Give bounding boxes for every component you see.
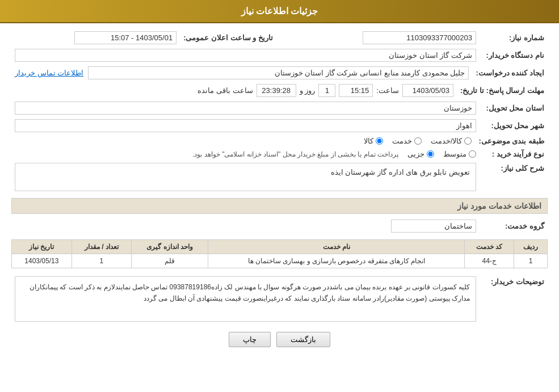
purchase-type-label: نوع فرآیند خرید : [480, 147, 548, 161]
province-value: خوزستان [15, 102, 476, 115]
deadline-date: 1403/05/03 [402, 84, 453, 97]
radio-khedmat[interactable] [414, 137, 422, 145]
purchase-option-motavaset[interactable]: متوسط [443, 150, 476, 158]
creator-label: ایجاد کننده درخواست: [472, 64, 548, 82]
service-group-value: ساختمان [391, 220, 476, 233]
cell-unit: قلم [132, 254, 208, 268]
need-description-label: شرح کلی نیاز: [480, 161, 548, 193]
button-area: بازگشت چاپ [11, 332, 548, 347]
category-radio-group: کالا/خدمت خدمت کالا [15, 137, 472, 145]
top-info-table: شماره نیاز: 1103093377000203 تاریخ و ساع… [11, 29, 548, 47]
buyer-name-value: شرکت گاز استان خوزستان [15, 49, 476, 62]
creator-value: جلیل محمودی کارمند منابع انسانی شرکت گاز… [88, 66, 469, 79]
table-row: 1 ج-44 انجام کارهای متفرقه درخصوص بازساز… [12, 254, 548, 268]
cell-name: انجام کارهای متفرقه درخصوص بازسازی و بهس… [208, 254, 465, 268]
label-khedmat: خدمت [392, 137, 412, 145]
category-option-kala-khedmat[interactable]: کالا/خدمت [431, 137, 472, 145]
creator-table: ایجاد کننده درخواست: جلیل محمودی کارمند … [11, 64, 548, 82]
category-table: طبقه بندی موضوعی: کالا/خدمت خدمت [11, 134, 548, 147]
col-header-name: نام خدمت [208, 240, 465, 254]
deadline-days: 1 [318, 84, 335, 97]
label-kala: کالا [364, 137, 373, 145]
purchase-radio-group: متوسط جزیی [407, 150, 476, 158]
category-label: طبقه بندی موضوعی: [475, 134, 548, 147]
label-kala-khedmat: کالا/خدمت [431, 137, 463, 145]
main-content: شماره نیاز: 1103093377000203 تاریخ و ساع… [0, 23, 559, 359]
service-group-table: گروه خدمت: ساختمان [11, 217, 548, 235]
radio-jozii[interactable] [427, 150, 434, 158]
announce-label: تاریخ و ساعت اعلان عمومی: [180, 29, 276, 47]
description-table: شرح کلی نیاز: تعویض تابلو برق های اداره … [11, 161, 548, 193]
service-group-label: گروه خدمت: [480, 217, 548, 235]
need-number-label: شماره نیاز: [480, 29, 548, 47]
cell-quantity: 1 [72, 254, 132, 268]
deadline-days-label: روز و [300, 86, 316, 95]
city-label: شهر محل تحویل: [480, 117, 548, 134]
radio-kala[interactable] [376, 137, 383, 145]
buyer-notes-label: توضیحات خریدار: [480, 274, 548, 324]
radio-kala-khedmat[interactable] [464, 137, 472, 145]
cell-row: 1 [514, 254, 548, 268]
province-label: استان محل تحویل: [480, 99, 548, 117]
col-header-quantity: تعداد / مقدار [72, 240, 132, 254]
buyer-notes-table: توضیحات خریدار: کلیه کسورات قانونی بر عه… [11, 274, 548, 324]
province-table: استان محل تحویل: خوزستان [11, 99, 548, 117]
cell-date: 1403/05/13 [12, 254, 72, 268]
page-container: جزئیات اطلاعات نیاز شماره نیاز: 11030933… [0, 0, 559, 392]
purchase-type-table: نوع فرآیند خرید : متوسط جزیی [11, 147, 548, 161]
cell-code: ج-44 [465, 254, 514, 268]
label-jozii: جزیی [407, 150, 424, 158]
header-title: جزئیات اطلاعات نیاز [241, 6, 318, 16]
print-button[interactable]: چاپ [229, 332, 271, 347]
buyer-name-label: نام دستگاه خریدار: [480, 47, 548, 64]
deadline-label: مهلت ارسال پاسخ: تا تاریخ: [457, 82, 548, 99]
back-button[interactable]: بازگشت [276, 332, 330, 347]
creator-contact-link[interactable]: اطلاعات تماس خریدار [15, 69, 83, 77]
need-number-value: 1103093377000203 [363, 31, 476, 44]
radio-motavaset[interactable] [469, 150, 476, 158]
deadline-time-label: ساعت: [376, 86, 399, 95]
col-header-code: کد خدمت [465, 240, 514, 254]
city-table: شهر محل تحویل: اهواز [11, 117, 548, 134]
services-section-title: اطلاعات خدمات مورد نیاز [11, 198, 548, 214]
deadline-remaining-label: ساعت باقی مانده [197, 86, 253, 95]
purchase-option-jozii[interactable]: جزیی [407, 150, 434, 158]
category-option-kala[interactable]: کالا [364, 137, 383, 145]
category-option-khedmat[interactable]: خدمت [392, 137, 422, 145]
city-value: اهواز [15, 119, 476, 132]
col-header-date: تاریخ نیاز [12, 240, 72, 254]
deadline-time: 15:15 [339, 84, 373, 97]
buyer-notes-value: کلیه کسورات قانونی بر عهده برنده بیمان م… [15, 276, 476, 322]
col-header-unit: واحد اندازه گیری [132, 240, 208, 254]
deadline-remaining: 23:39:28 [257, 84, 296, 97]
page-header: جزئیات اطلاعات نیاز [0, 0, 559, 23]
label-motavaset: متوسط [443, 150, 466, 158]
purchase-note: پرداخت تمام یا بخشی از مبلغ خریدار محل "… [192, 150, 398, 158]
need-description-value: تعویض تابلو برق های اداره گاز شهرستان ای… [15, 163, 476, 191]
services-table: ردیف کد خدمت نام خدمت واحد اندازه گیری ت… [11, 239, 548, 268]
col-header-row: ردیف [514, 240, 548, 254]
announce-value: 1403/05/01 - 15:07 [74, 31, 176, 44]
buyer-table: نام دستگاه خریدار: شرکت گاز استان خوزستا… [11, 47, 548, 64]
deadline-table: مهلت ارسال پاسخ: تا تاریخ: 1403/05/03 سا… [11, 82, 548, 99]
